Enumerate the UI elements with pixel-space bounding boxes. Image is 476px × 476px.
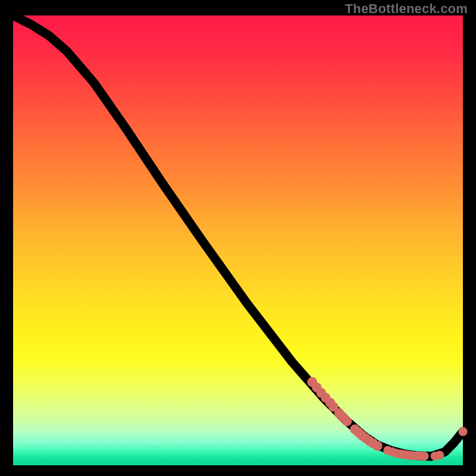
marker-point [342,416,352,427]
marker-point [435,450,444,459]
marker-point [458,427,467,436]
bottleneck-curve [13,15,463,456]
chart-stage: TheBottleneck.com [0,0,476,476]
chart-overlay [13,15,463,465]
watermark-text: TheBottleneck.com [345,1,468,17]
marker-point [372,441,383,451]
marker-point [419,452,428,461]
